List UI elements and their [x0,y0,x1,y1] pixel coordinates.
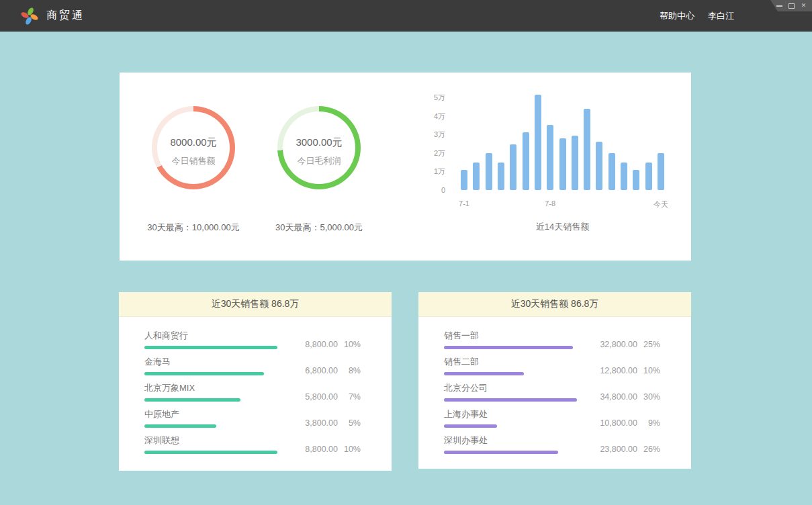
department-rank-list: 销售一部32,800.0025%销售二部12,800.0010%北京分公司34,… [418,317,691,454]
sales-bar [621,163,627,190]
today-profit-value: 3000.00元 [296,136,342,149]
rank-item-percent: 25% [637,340,660,349]
sales-bar [510,144,516,190]
rank-item-bar [444,451,558,454]
rank-item-value: 5,800.007% [305,392,361,402]
y-axis-tick: 2万 [434,148,445,158]
sales-bar [535,95,541,190]
pinwheel-logo-icon [20,7,39,26]
rank-item-percent: 9% [637,418,660,428]
department-rank-header: 近30天销售额 86.8万 [418,292,691,317]
rank-item-bar [444,372,524,375]
sales-bar [461,170,467,190]
rank-item-percent: 8% [338,366,361,375]
rank-item-bar [144,451,277,454]
rank-list-item: 中原地产3,800.005% [144,409,361,428]
close-button[interactable]: ✕ [800,1,807,10]
rank-item-bar [144,398,240,402]
help-center-link[interactable]: 帮助中心 [660,10,694,22]
sales-bar [486,153,492,190]
rank-item-value: 6,800.008% [305,366,361,375]
rank-item-bar [144,372,264,375]
today-sales-donut-center: 8000.00元 今日销售额 [157,111,230,184]
rank-list-item: 销售一部32,800.0025% [444,330,660,349]
rank-item-value: 23,800.0026% [600,445,660,454]
rank-item-value: 8,800.0010% [305,445,361,454]
maximize-icon [788,3,795,9]
bar-chart-x-axis: 7-17-8今天 [461,199,664,209]
rank-item-value: 10,800.009% [600,418,660,428]
sales-bar [523,132,529,190]
rank-item-percent: 7% [338,392,361,402]
sales-bar [473,163,480,190]
sales-14d-bar-chart: 5万4万3万2万1万0 7-17-8今天 近14天销售额 [422,97,677,242]
app-title: 商贸通 [46,9,85,23]
x-axis-tick: 今天 [653,199,668,210]
rank-item-track [144,451,277,454]
rank-list-item: 北京万象MIX5,800.007% [144,383,361,402]
rank-item-percent: 5% [338,418,361,428]
rank-item-bar [144,346,277,349]
rank-item-track [144,424,277,428]
rank-item-value: 3,800.005% [305,418,361,428]
today-profit-donut-ring: 3000.00元 今日毛利润 [277,106,361,189]
rank-list-item: 北京分公司34,800.0030% [444,383,660,402]
minimize-button[interactable] [776,1,783,10]
window-controls: ✕ [770,0,812,11]
rank-item-track [444,372,577,375]
user-name-link[interactable]: 李白江 [708,10,734,22]
sales-bar [645,163,652,190]
rank-item-bar [444,398,577,402]
rank-item-bar [444,346,573,349]
rank-item-value: 12,800.0010% [600,366,660,375]
rank-item-percent: 30% [637,392,660,402]
customer-rank-card: 近30天销售额 86.8万 人和商贸行8,800.0010%金海马6,800.0… [119,292,392,471]
bar-chart-y-axis: 5万4万3万2万1万0 [422,97,445,190]
today-sales-label: 今日销售额 [172,155,216,167]
y-axis-tick: 5万 [434,93,445,103]
sales-bar [572,136,578,190]
rank-item-amount: 8,800.00 [305,340,338,349]
rank-item-bar [444,424,497,428]
rank-item-track [144,346,277,349]
rank-item-value: 8,800.0010% [305,340,361,349]
customer-rank-title: 近30天销售额 86.8万 [212,298,300,310]
today-summary-card: 8000.00元 今日销售额 30天最高：10,000.00元 3000.00元… [120,73,691,261]
rank-item-percent: 10% [338,445,361,454]
sales-bar [608,153,615,190]
rank-list-item: 深圳联想8,800.0010% [144,435,361,454]
x-axis-tick: 7-1 [459,199,469,208]
maximize-button[interactable] [788,1,795,10]
rank-item-track [444,346,577,349]
today-profit-30d-max: 30天最高：5,000.00元 [262,222,376,234]
today-profit-donut-center: 3000.00元 今日毛利润 [283,111,355,184]
topbar: 商贸通 帮助中心 李白江 ✕ [0,0,812,32]
sales-bar [559,138,566,190]
rank-list-item: 金海马6,800.008% [144,357,361,375]
department-rank-title: 近30天销售额 86.8万 [511,298,599,310]
y-axis-tick: 1万 [434,167,445,177]
rank-list-item: 人和商贸行8,800.0010% [144,330,361,349]
minimize-icon [776,5,782,7]
department-rank-card: 近30天销售额 86.8万 销售一部32,800.0025%销售二部12,800… [418,292,691,469]
rank-item-track [444,451,577,454]
today-profit-label: 今日毛利润 [298,155,341,167]
y-axis-tick: 3万 [434,130,445,140]
rank-item-amount: 8,800.00 [305,445,338,454]
today-sales-value: 8000.00元 [170,136,216,149]
rank-item-track [144,372,277,375]
x-axis-tick: 7-8 [545,199,555,208]
rank-list-item: 上海办事处10,800.009% [444,409,660,428]
rank-item-percent: 26% [637,445,660,454]
sales-bar [596,142,602,190]
customer-rank-list: 人和商贸行8,800.0010%金海马6,800.008%北京万象MIX5,80… [119,317,392,454]
rank-item-bar [144,424,216,428]
rank-item-amount: 6,800.00 [305,366,338,375]
rank-item-amount: 34,800.00 [600,392,637,402]
bar-chart-caption: 近14天销售额 [461,221,664,233]
rank-item-percent: 10% [338,340,361,349]
close-icon: ✕ [801,1,807,10]
sales-bar [498,163,504,190]
rank-item-track [444,398,577,402]
rank-item-value: 32,800.0025% [600,340,660,349]
